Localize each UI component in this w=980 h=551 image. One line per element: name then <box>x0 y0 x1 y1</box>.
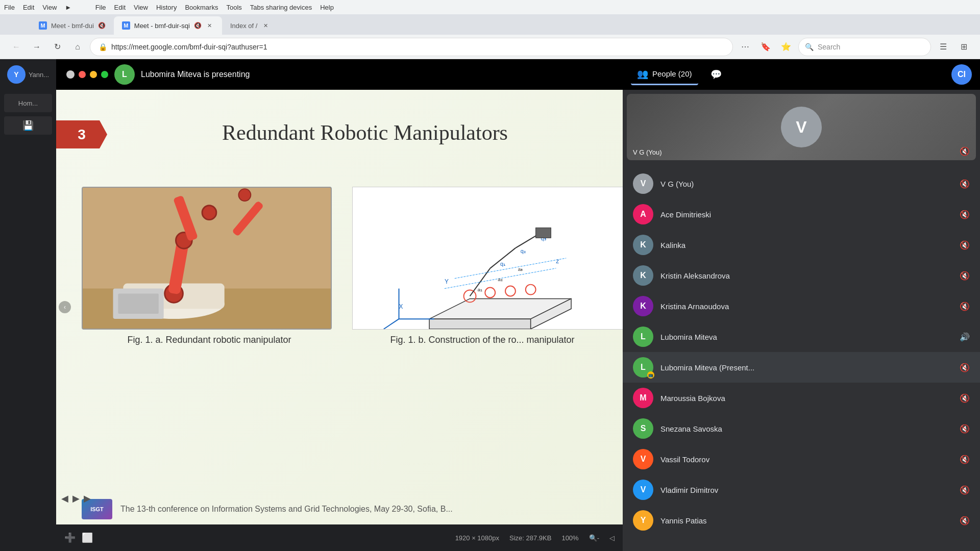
tab-title-meet2: Meet - bmf-duir-sqi <box>134 22 190 30</box>
nav-star-button[interactable]: ⭐ <box>778 39 794 55</box>
search-box[interactable]: 🔍 Search <box>798 38 931 56</box>
svg-rect-35 <box>536 228 551 238</box>
nav-bookmark-button[interactable]: 🔖 <box>757 39 774 55</box>
person-item[interactable]: S Snezana Savoska 🔇 <box>623 413 980 444</box>
meet-container: L Lubomira Miteva is presenting 3 Redund… <box>56 59 623 551</box>
menu-view1[interactable]: View <box>42 4 57 11</box>
slide-footer: ISGT The 13-th conference on Information… <box>82 499 623 519</box>
person-item[interactable]: A Ace Dimitrieski 🔇 <box>623 199 980 230</box>
slide-next-button[interactable]: ▶ <box>84 493 91 504</box>
mute-icon: 🔇 <box>960 210 970 219</box>
people-tab[interactable]: 👥 People (20) <box>631 64 698 85</box>
nav-back-button[interactable]: ← <box>8 39 24 55</box>
nav-more-button[interactable]: ⋯ <box>737 39 753 55</box>
mute-icon: 🔇 <box>960 485 970 495</box>
sidebar-save-icon[interactable]: 💾 <box>4 116 52 135</box>
zoom-decrease-button[interactable]: 🔍- <box>589 534 599 542</box>
sidebar-toggle-icon[interactable]: ◁ <box>609 534 615 542</box>
panel-header: 👥 People (20) 💬 CI <box>623 59 980 90</box>
person-avatar: S <box>633 418 653 439</box>
person-item[interactable]: K Kristin Aleksandrova 🔇 <box>623 260 980 291</box>
menu-file1[interactable]: File <box>4 4 15 11</box>
speaking-icon: 🔊 <box>960 332 970 342</box>
win-min-button[interactable] <box>90 71 97 78</box>
svg-text:z: z <box>556 258 559 265</box>
person-item[interactable]: K Kalinka 🔇 <box>623 230 980 260</box>
person-item[interactable]: L 📺 Lubomira Miteva (Present... 🔇 <box>623 352 980 383</box>
tab-index[interactable]: Index of / ✕ <box>222 16 278 35</box>
tab-meet2[interactable]: M Meet - bmf-duir-sqi 🔇 ✕ <box>114 16 222 35</box>
robot-photo-svg <box>83 187 331 330</box>
person-item[interactable]: V Vladimir Dimitrov 🔇 <box>623 474 980 505</box>
menu-tools[interactable]: Tools <box>226 4 241 11</box>
slide-fig-left: Fig. 1. a. Redundant robotic manipulator <box>82 187 337 345</box>
tab-mute-icon-meet2[interactable]: 🔇 <box>194 22 202 29</box>
menu-edit1[interactable]: Edit <box>23 4 34 11</box>
address-bar[interactable]: 🔒 https://meet.google.com/bmf-duir-sqi?a… <box>90 38 733 56</box>
people-icon: 👥 <box>637 68 648 80</box>
svg-point-10 <box>202 206 216 220</box>
svg-text:a₂: a₂ <box>498 277 503 282</box>
ci-badge: CI <box>951 64 972 85</box>
person-name: Yannis Patias <box>660 516 952 525</box>
mute-icon: 🔇 <box>960 455 970 464</box>
left-sidebar: Y Yann... Hom... 💾 <box>0 59 56 551</box>
tab-title-meet1: Meet - bmf-dui <box>51 22 94 30</box>
svg-text:a₁: a₁ <box>477 287 482 292</box>
slide-fig-right-caption: Fig. 1. b. Construction of the ro... man… <box>352 335 612 345</box>
slide-nav-left-button[interactable]: ‹ <box>59 301 71 313</box>
toolbar-window-icon[interactable]: ⬜ <box>82 532 93 543</box>
tab-close-meet2[interactable]: ✕ <box>206 21 214 30</box>
slide-area: 3 Redundant Robotic Manipulators <box>56 90 623 524</box>
chat-icon: 💬 <box>710 69 722 80</box>
menu-view2[interactable]: View <box>134 4 148 11</box>
tab-meet1[interactable]: M Meet - bmf-dui 🔇 <box>31 16 114 35</box>
person-item[interactable]: V V G (You) 🔇 <box>623 168 980 199</box>
user-avatar: Y <box>7 65 26 84</box>
person-name: Lubomira Miteva (Present... <box>660 363 952 372</box>
video-feed: V <box>627 94 976 160</box>
presenter-text: Lubomira Miteva is presenting <box>141 70 250 79</box>
person-item[interactable]: L Lubomira Miteva 🔊 <box>623 321 980 352</box>
nav-grid-button[interactable]: ⊞ <box>955 39 972 55</box>
person-name: Kristin Aleksandrova <box>660 271 952 280</box>
tab-mute-icon-meet1[interactable]: 🔇 <box>98 22 106 29</box>
nav-home-button[interactable]: ⌂ <box>69 39 86 55</box>
nav-forward-button[interactable]: → <box>29 39 45 55</box>
macos-close <box>66 70 75 79</box>
svg-rect-5 <box>118 293 158 314</box>
mute-icon: 🔇 <box>960 516 970 525</box>
presenting-badge: 📺 <box>647 371 654 379</box>
menu-edit2[interactable]: Edit <box>114 4 126 11</box>
menu-file2[interactable]: File <box>95 4 106 11</box>
person-item[interactable]: V Vassil Todorov 🔇 <box>623 444 980 474</box>
slide-prev-button[interactable]: ◀ <box>61 493 68 504</box>
win-close-button[interactable] <box>79 71 86 78</box>
win-max-button[interactable] <box>101 71 108 78</box>
menu-more1[interactable]: ► <box>65 4 71 11</box>
slide-fig-left-caption: Fig. 1. a. Redundant robotic manipulator <box>82 335 337 345</box>
menu-bookmarks[interactable]: Bookmarks <box>185 4 218 11</box>
menu-tabs-sharing[interactable]: Tabs sharing devices <box>250 4 312 11</box>
menu-help[interactable]: Help <box>320 4 334 11</box>
person-name: Lubomira Miteva <box>660 333 952 341</box>
person-item[interactable]: K Kristina Arnaoudova 🔇 <box>623 291 980 321</box>
sidebar-home[interactable]: Hom... <box>4 94 52 112</box>
mute-icon: 🔇 <box>960 363 970 372</box>
person-item[interactable]: M Maroussia Bojkova 🔇 <box>623 383 980 413</box>
svg-text:q₂: q₂ <box>521 248 526 254</box>
toolbar-add-icon[interactable]: ➕ <box>64 532 76 543</box>
person-avatar: V <box>633 449 653 469</box>
person-item[interactable]: Y Yannis Patias 🔇 <box>623 505 980 536</box>
person-avatar: K <box>633 235 653 255</box>
video-mute-icon: 🔇 <box>960 146 970 156</box>
menu-history[interactable]: History <box>156 4 177 11</box>
mute-icon: 🔇 <box>960 179 970 189</box>
people-list: V V G (You) 🔇 A Ace Dimitrieski 🔇 K Kali… <box>623 164 980 551</box>
tab-close-index[interactable]: ✕ <box>261 21 270 30</box>
nav-refresh-button[interactable]: ↻ <box>49 39 65 55</box>
chat-tab[interactable]: 💬 <box>704 65 728 84</box>
nav-sidebar-button[interactable]: ☰ <box>935 39 951 55</box>
video-avatar: V <box>781 107 822 147</box>
slide-play-button[interactable]: ▶ <box>72 493 80 504</box>
